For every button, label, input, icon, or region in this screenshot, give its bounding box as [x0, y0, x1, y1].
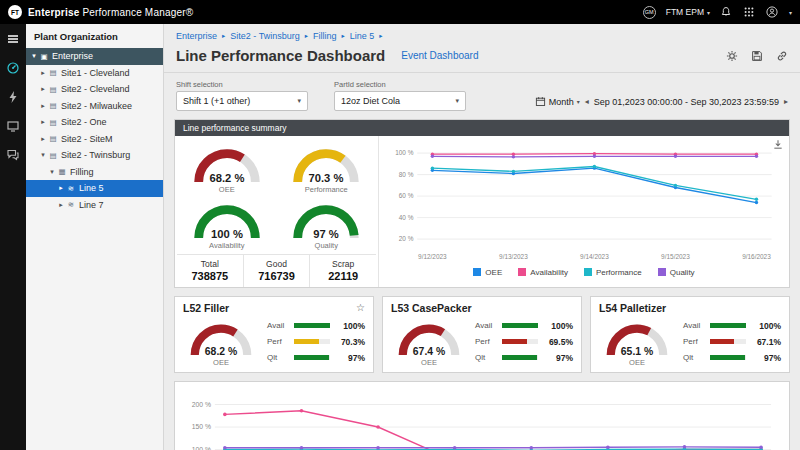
metric-row-qlt: Qlt97%	[475, 353, 573, 363]
rail-menu-icon[interactable]	[3, 29, 23, 49]
svg-text:9/14/2023: 9/14/2023	[580, 253, 609, 260]
gauge-label: OEE	[219, 185, 235, 194]
tree-item-label: Site1 - Cleveland	[61, 68, 130, 78]
svg-text:150 %: 150 %	[192, 423, 211, 430]
metric-row-avail: Avail100%	[475, 321, 573, 331]
summary-trend-chart: 20 %40 %60 %80 %100 %9/12/20239/13/20239…	[385, 138, 783, 267]
chevron-right-icon: ▸	[222, 32, 225, 40]
metric-value: 97%	[543, 353, 573, 363]
chevron-down-icon[interactable]: ▾	[38, 151, 48, 159]
breadcrumb-link-line-5[interactable]: Line 5	[350, 31, 375, 41]
legend-label: Quality	[670, 268, 695, 277]
gauge-performance: 70.3 %Performance	[277, 139, 377, 195]
range-prev-arrow[interactable]: ◂	[585, 97, 589, 106]
settings-gear-icon[interactable]	[725, 49, 738, 62]
legend-swatch	[518, 268, 526, 276]
metric-bar-fill	[502, 355, 537, 360]
chevron-down-icon[interactable]: ▾	[47, 168, 57, 176]
svg-text:68.2 %: 68.2 %	[209, 172, 244, 184]
tree-item-site2-milwaukee[interactable]: ▸▤Site2 - Milwaukee	[26, 98, 163, 115]
metric-bar-fill	[710, 323, 746, 328]
range-next-arrow[interactable]: ▸	[784, 97, 788, 106]
machine-card-header: L53 CasePacker	[391, 302, 573, 314]
metric-bar-track	[502, 355, 538, 360]
date-range-control: Month ▾ ◂ Sep 01,2023 00:00:00 - Sep 30,…	[535, 96, 788, 111]
breadcrumb-link-site2-twinsburg[interactable]: Site2 - Twinsburg	[230, 31, 299, 41]
tree-item-line-5[interactable]: ▸≋Line 5	[26, 180, 163, 197]
machine-oee-gauge: 67.4 %OEE	[391, 316, 467, 366]
metric-value: 100%	[335, 321, 365, 331]
chevron-right-icon[interactable]: ▸	[38, 135, 48, 143]
period-selector[interactable]: Month ▾	[535, 96, 580, 107]
machine-card-l53-casepacker: L53 CasePacker67.4 %OEEAvail100%Perf69.5…	[382, 296, 582, 373]
svg-text:100 %: 100 %	[211, 228, 243, 240]
summary-gauges-panel: 68.2 %OEE70.3 %Performance100 %Availabil…	[175, 136, 379, 287]
tree-item-site2-one[interactable]: ▸▤Site2 - One	[26, 114, 163, 131]
tree-item-site2-cleveland[interactable]: ▸▤Site2 - Cleveland	[26, 81, 163, 98]
chevron-right-icon[interactable]: ▸	[56, 184, 66, 192]
chevron-right-icon[interactable]: ▸	[38, 102, 48, 110]
metric-label: Qlt	[683, 353, 705, 362]
rail-performance-icon[interactable]	[3, 58, 23, 78]
chevron-right-icon[interactable]: ▸	[38, 118, 48, 126]
brand-logo-icon: FT	[8, 5, 22, 19]
tenant-switcher[interactable]: FTM EPM ▾	[666, 7, 710, 17]
machine-card-l54-palletizer: L54 Palletizer65.1 %OEEAvail100%Perf67.1…	[590, 296, 790, 373]
topbar-actions: GM FTM EPM ▾ ▾	[643, 6, 792, 19]
metric-bar-track	[710, 323, 746, 328]
metric-label: Qlt	[267, 353, 289, 362]
favorite-star-icon[interactable]: ☆	[356, 303, 365, 313]
metric-value: 100%	[751, 321, 781, 331]
machine-metrics: Avail100%Perf67.1%Qlt97%	[675, 315, 781, 369]
metric-label: Perf	[267, 337, 289, 346]
tree-item-label: Site2 - Milwaukee	[61, 101, 132, 111]
apps-grid-icon[interactable]	[743, 6, 756, 19]
metric-bar-fill	[294, 339, 319, 344]
tree-item-site1-cleveland[interactable]: ▸▤Site1 - Cleveland	[26, 65, 163, 82]
total-value: 716739	[244, 270, 310, 282]
chevron-down-icon: ▾	[297, 97, 301, 105]
breadcrumb-link-filling[interactable]: Filling	[313, 31, 337, 41]
site-icon: ▤	[48, 101, 58, 110]
bottom-trend-chart: 50 %100 %150 %200 %	[181, 385, 783, 450]
rail-chat-icon[interactable]	[3, 145, 23, 165]
metric-row-perf: Perf69.5%	[475, 337, 573, 347]
tree-item-line-7[interactable]: ▸≋Line 7	[26, 197, 163, 214]
chevron-right-icon[interactable]: ▸	[38, 69, 48, 77]
gauge-label: Performance	[305, 185, 348, 194]
copy-link-icon[interactable]	[775, 49, 788, 62]
save-icon[interactable]	[750, 49, 763, 62]
event-dashboard-link[interactable]: Event Dashboard	[401, 50, 478, 61]
page-header: Line Performance Dashboard Event Dashboa…	[164, 44, 800, 73]
rail-devices-icon[interactable]	[3, 116, 23, 136]
tree-item-site2-sitem[interactable]: ▸▤Site2 - SiteM	[26, 131, 163, 148]
tree-item-label: Site2 - Twinsburg	[61, 150, 130, 160]
metric-label: Avail	[475, 321, 497, 330]
download-chart-icon[interactable]	[772, 139, 784, 151]
svg-text:200 %: 200 %	[192, 400, 211, 407]
chevron-down-icon[interactable]: ▾	[29, 52, 39, 60]
chevron-right-icon[interactable]: ▸	[56, 201, 66, 209]
chevron-right-icon[interactable]: ▸	[38, 85, 48, 93]
notifications-bell-icon[interactable]	[720, 6, 733, 19]
chevron-down-icon[interactable]: ▾	[789, 9, 792, 16]
user-account-icon[interactable]	[766, 6, 779, 19]
metric-label: Qlt	[475, 353, 497, 362]
tree-item-site2-twinsburg[interactable]: ▾▤Site2 - Twinsburg	[26, 147, 163, 164]
metric-bar-fill	[294, 323, 330, 328]
shift-select[interactable]: Shift 1 (+1 other) ▾	[176, 91, 308, 111]
breadcrumb-link-enterprise[interactable]: Enterprise	[176, 31, 217, 41]
app-title-rest: Performance Manager®	[79, 7, 193, 18]
tree-item-filling[interactable]: ▾▦Filling	[26, 164, 163, 181]
legend-item-quality: Quality	[658, 268, 695, 277]
tree-item-enterprise[interactable]: ▾▣Enterprise	[26, 48, 163, 65]
tenant-badge[interactable]: GM	[643, 6, 656, 19]
svg-text:20 %: 20 %	[399, 235, 414, 242]
partid-select-value: 12oz Diet Cola	[341, 96, 400, 106]
svg-text:97 %: 97 %	[313, 228, 339, 240]
partid-select[interactable]: 12oz Diet Cola ▾	[334, 91, 466, 111]
total-label: Scrap	[310, 259, 376, 269]
rail-events-icon[interactable]	[3, 87, 23, 107]
gauge-label: Availability	[209, 241, 244, 250]
metric-row-qlt: Qlt97%	[267, 353, 365, 363]
